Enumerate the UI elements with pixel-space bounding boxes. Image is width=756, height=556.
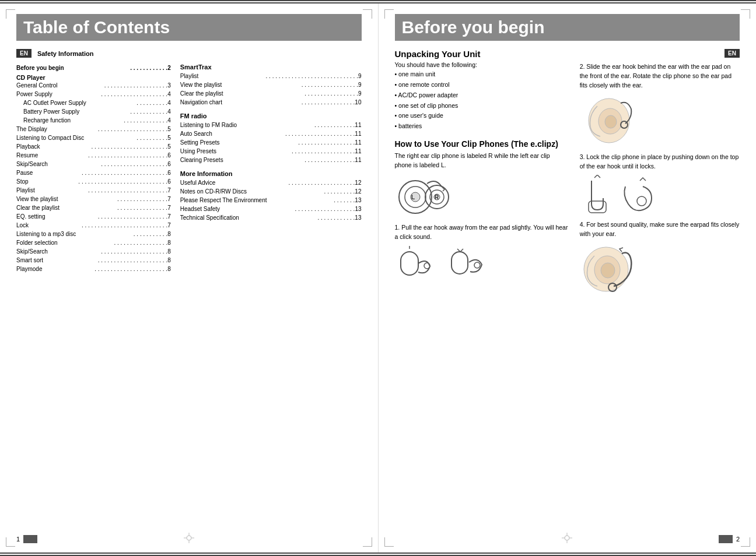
toc-entry: Clear the playlist . . . . . . . . . . .… (16, 203, 171, 212)
page-num: 1 (16, 536, 20, 543)
toc-entry: Before you begin . . . . . . . . . . . .… (16, 64, 171, 73)
svg-rect-11 (401, 252, 418, 275)
svg-point-14 (474, 262, 480, 268)
toc-entry: Using Presets . . . . . . . . . . . . . … (180, 147, 362, 156)
en-badge-right: EN (724, 49, 740, 58)
item-6: • batteries (395, 121, 568, 132)
unpacking-intro: You should have the following: (395, 61, 568, 68)
step-3: 3. Lock the clip phone in place by pushi… (580, 153, 740, 171)
toc-section-fmradio: FM radio (180, 112, 362, 119)
toc-label: Before you begin (16, 64, 64, 73)
toc-entry: Smart sort . . . . . . . . . . . . . . .… (16, 256, 171, 265)
svg-rect-13 (452, 252, 468, 274)
step2-svg (580, 94, 638, 147)
toc-entry: Skip/Search . . . . . . . . . . . . . . … (16, 247, 171, 256)
page-number-left: 1 (16, 535, 37, 543)
howto-title: How to Use Your Clip Phones (The e.clipz… (395, 139, 568, 149)
toc-title: Table of Contents (23, 17, 170, 37)
step4-image (580, 243, 740, 297)
left-page: Table of Contents EN Safety Information … (0, 3, 379, 553)
toc-entry: Headset Safety . . . . . . . . . . . . .… (180, 205, 362, 213)
crosshair-bottom-right (562, 533, 572, 543)
toc-page: . . . . . . . . . . . .2 (130, 64, 170, 73)
svg-point-27 (565, 536, 569, 540)
safety-info-label: Safety Information (37, 50, 94, 57)
crosshair-bottom-left (184, 533, 194, 543)
step3-svg-2 (620, 175, 654, 216)
toc-entry: Power Supply . . . . . . . . . . . . . .… (16, 90, 171, 98)
toc-section-more: More Information (180, 170, 362, 177)
toc-section-cd: CD Player (16, 74, 171, 81)
toc-entry: Skip/Search . . . . . . . . . . . . . . … (16, 160, 171, 168)
step-4: 4. For best sound quality, make sure the… (580, 220, 740, 239)
unpacking-title: Unpacking Your Unit (395, 49, 568, 59)
toc-entry: General Control . . . . . . . . . . . . … (16, 81, 171, 90)
toc-entry: Stop . . . . . . . . . . . . . . . . . .… (16, 177, 171, 186)
en-badge-left: EN (16, 49, 32, 58)
step2-image (580, 94, 740, 148)
toc-entry: Useful Advice . . . . . . . . . . . . . … (180, 178, 362, 187)
svg-point-23 (601, 263, 615, 278)
item-4: • one set of clip phones (395, 101, 568, 111)
item-5: • one user's guide (395, 111, 568, 121)
step1-svg-2 (446, 246, 489, 281)
toc-entry: Battery Power Supply . . . . . . . . . .… (16, 107, 171, 116)
toc-entry: View the playlist . . . . . . . . . . . … (180, 80, 362, 89)
item-1: • one main unit (395, 69, 568, 80)
step4-svg (580, 243, 632, 295)
svg-point-20 (637, 196, 646, 206)
step1-svg-1 (395, 246, 439, 281)
toc-entry: Listening to a mp3 disc . . . . . . . . … (16, 230, 171, 238)
unpacking-items: • one main unit • one remote control • A… (395, 69, 568, 132)
toc-entry: Listening to FM Radio . . . . . . . . . … (180, 121, 362, 129)
toc-entry: Playlist . . . . . . . . . . . . . . . .… (180, 72, 362, 80)
toc-entry: Clearing Presets . . . . . . . . . . . .… (180, 156, 362, 164)
page-number-right: 2 (719, 535, 740, 543)
item-3: • AC/DC power adapter (395, 90, 568, 101)
byb-title-bar: Before you begin (395, 14, 740, 41)
toc-entry: The Display . . . . . . . . . . . . . . … (16, 125, 171, 133)
toc-entry: Setting Presets . . . . . . . . . . . . … (180, 138, 362, 147)
clip-phone-svg-1: L R (395, 175, 453, 219)
toc-entry: Clear the playlist . . . . . . . . . . .… (180, 89, 362, 98)
svg-point-12 (424, 263, 430, 269)
toc-entry: Resume . . . . . . . . . . . . . . . . .… (16, 151, 171, 160)
toc-entry: Recharge function . . . . . . . . . . . … (16, 116, 171, 125)
byb-right-col: EN 2. Slide the ear hook behind the ear … (580, 49, 740, 301)
svg-point-17 (605, 115, 617, 128)
toc-entry: Folder selection . . . . . . . . . . . .… (16, 238, 171, 247)
right-page: Before you begin Unpacking Your Unit You… (379, 3, 757, 553)
step-1: 1. Pull the ear hook away from the ear p… (395, 223, 568, 242)
svg-text:R: R (435, 194, 439, 200)
toc-entry: AC Outlet Power Supply . . . . . . . . .… (16, 98, 171, 107)
svg-point-2 (187, 536, 191, 540)
step-2: 2. Slide the ear hook behind the ear wit… (580, 62, 740, 90)
svg-text:L: L (411, 194, 415, 200)
step1-image (395, 246, 568, 281)
toc-section-smarttrax: SmartTrax (180, 64, 362, 71)
toc-entry: Listening to Compact Disc . . . . . . . … (16, 133, 171, 142)
toc-entry: EQ. setting . . . . . . . . . . . . . . … (16, 212, 171, 221)
toc-entry: Technical Specification . . . . . . . . … (180, 213, 362, 222)
toc-entry: Playlist . . . . . . . . . . . . . . . .… (16, 186, 171, 195)
toc-entry: Lock . . . . . . . . . . . . . . . . . .… (16, 221, 171, 230)
toc-entry: Pause . . . . . . . . . . . . . . . . . … (16, 168, 171, 177)
toc-entry: Auto Search . . . . . . . . . . . . . . … (180, 129, 362, 138)
toc-entry: View the playlist . . . . . . . . . . . … (16, 195, 171, 203)
toc-entry: Notes on CD-R/RW Discs . . . . . . . . .… (180, 187, 362, 196)
step3-images (580, 175, 740, 216)
byb-left-col: Unpacking Your Unit You should have the … (395, 49, 568, 301)
byb-title: Before you begin (402, 17, 545, 37)
clip-phones-image: L R (395, 175, 568, 219)
toc-entry: Playmode . . . . . . . . . . . . . . . .… (16, 265, 171, 273)
toc-entry: Playback . . . . . . . . . . . . . . . .… (16, 142, 171, 151)
howto-intro: The right ear clip phone is labeled R wh… (395, 152, 568, 170)
toc-left-column: Before you begin . . . . . . . . . . . .… (16, 64, 171, 273)
toc-right-column: SmartTrax Playlist . . . . . . . . . . .… (180, 64, 362, 273)
page-num-right: 2 (736, 536, 740, 543)
item-2: • one remote control (395, 80, 568, 90)
toc-entry: Please Respect The Environment . . . . .… (180, 196, 362, 205)
toc-title-bar: Table of Contents (16, 14, 362, 41)
toc-entry: Navigation chart . . . . . . . . . . . .… (180, 98, 362, 107)
step3-svg-1 (580, 175, 615, 216)
